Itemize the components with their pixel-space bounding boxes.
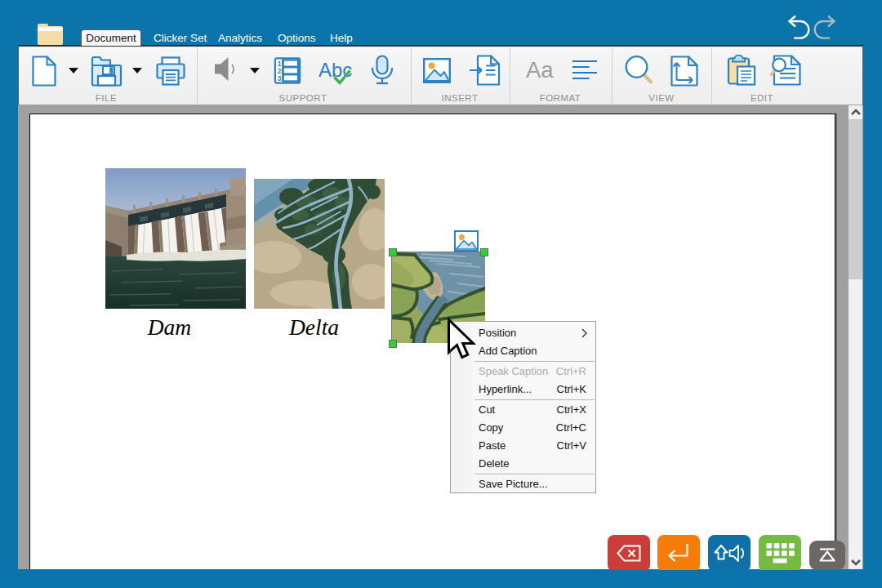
svg-text:3: 3 bbox=[278, 75, 282, 82]
svg-text:1: 1 bbox=[278, 60, 282, 68]
svg-text:2: 2 bbox=[278, 68, 282, 75]
